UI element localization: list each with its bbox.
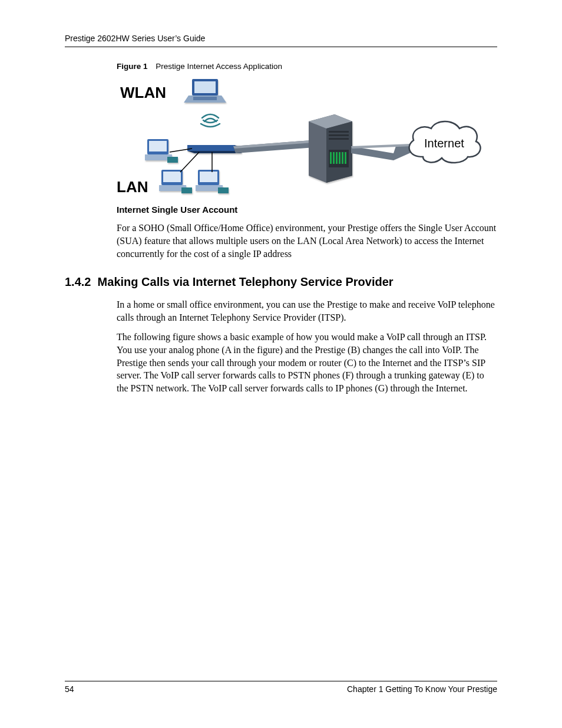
wifi-icon [201, 114, 220, 127]
figure-lan-label: LAN [117, 177, 148, 197]
figure-1-diagram: WLAN LAN Internet [117, 77, 482, 198]
svg-rect-11 [181, 187, 192, 193]
svg-line-20 [180, 152, 199, 172]
svg-marker-18 [187, 151, 242, 153]
svg-rect-29 [333, 152, 335, 164]
figure-1-caption: Figure 1 Prestige Internet Access Applic… [117, 61, 497, 72]
svg-rect-35 [329, 134, 349, 136]
pc-2-icon [159, 170, 192, 193]
svg-rect-31 [339, 152, 340, 164]
page-number: 54 [65, 684, 74, 695]
svg-rect-30 [336, 152, 338, 164]
svg-rect-5 [149, 141, 167, 151]
page-body: Figure 1 Prestige Internet Access Applic… [65, 61, 497, 401]
figure-1-caption-text: Prestige Internet Access Application [156, 62, 282, 71]
svg-rect-13 [200, 172, 217, 182]
page-footer: 54 Chapter 1 Getting To Know Your Presti… [65, 681, 497, 695]
section-1-4-2-para-2: The following figure shows a basic examp… [117, 331, 497, 394]
running-title: Prestige 2602HW Series User’s Guide [65, 34, 205, 43]
svg-rect-32 [342, 152, 343, 164]
svg-rect-16 [187, 145, 234, 151]
pc-1-icon [145, 139, 178, 163]
svg-rect-7 [167, 157, 178, 163]
figure-1-label: Figure 1 [117, 62, 148, 71]
laptop-icon [184, 79, 226, 103]
page-header: Prestige 2602HW Series User’s Guide [65, 33, 497, 47]
figure-internet-label: Internet [424, 136, 464, 151]
svg-rect-28 [330, 152, 332, 164]
svg-rect-9 [163, 172, 181, 182]
wan-link-2 [351, 144, 415, 160]
chapter-label: Chapter 1 Getting To Know Your Prestige [347, 684, 497, 695]
pc-3-icon [196, 170, 229, 193]
svg-rect-15 [218, 187, 229, 193]
wan-link-1 [233, 140, 315, 153]
subsection-paragraph: For a SOHO (Small Office/Home Office) en… [117, 222, 497, 260]
svg-rect-1 [194, 81, 216, 93]
server-icon [309, 114, 352, 183]
svg-rect-3 [193, 97, 217, 100]
figure-wlan-label: WLAN [120, 83, 166, 103]
section-1-4-2-para-1: In a home or small office environment, y… [117, 298, 497, 324]
subsection-title: Internet Single User Account [117, 204, 497, 216]
svg-rect-34 [329, 131, 349, 133]
section-title: Making Calls via Internet Telephony Serv… [98, 275, 394, 288]
svg-rect-33 [345, 152, 346, 164]
svg-rect-36 [329, 138, 349, 140]
section-1-4-2-heading: 1.4.2 Making Calls via Internet Telephon… [65, 274, 497, 290]
section-number: 1.4.2 [65, 275, 91, 288]
